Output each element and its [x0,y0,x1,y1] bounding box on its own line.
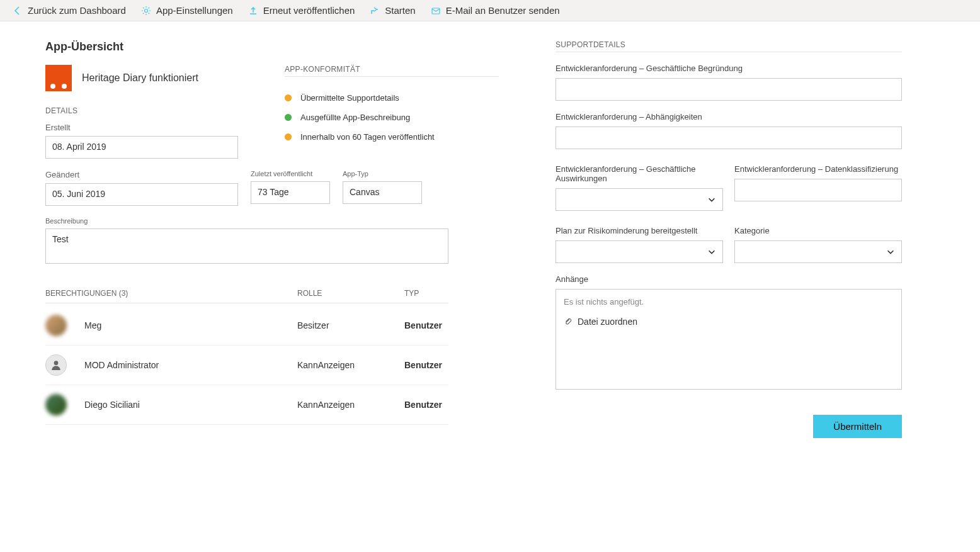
svg-point-2 [54,361,59,365]
permissions-title: BERECHTIGUNGEN (3) [45,289,297,298]
description-value: Test [45,228,448,264]
risk-mitigation-dropdown[interactable] [556,240,723,263]
description-label: Beschreibung [45,217,499,225]
email-label: E-Mail an Benutzer senden [446,5,560,16]
table-row: MOD Administrator KannAnzeigen Benutzer [45,346,448,385]
upload-icon [248,6,258,16]
dependencies-input[interactable] [556,127,902,149]
category-dropdown[interactable] [734,240,902,263]
modified-label: Geändert [45,170,238,179]
data-classification-input[interactable] [734,179,902,201]
perm-role: KannAnzeigen [297,400,404,410]
perm-type: Benutzer [404,400,448,410]
back-button[interactable]: Zurück zum Dashboard [13,5,126,16]
perm-name: Meg [84,320,101,330]
app-header: Heritage Diary funktioniert [45,65,272,91]
start-label: Starten [385,5,415,16]
business-impact-dropdown[interactable] [556,188,723,211]
person-icon [50,359,62,371]
perm-name: Diego Siciliani [84,400,140,410]
gear-icon [141,6,151,16]
compliance-list: Übermittelte Supportdetails Ausgefüllte … [285,88,499,147]
attachments-box: Es ist nichts angefügt. Datei zuordnen [556,289,902,390]
attach-file-button[interactable]: Datei zuordnen [564,317,894,327]
chevron-down-icon [886,247,895,256]
status-dot-orange [285,133,292,140]
page-title: App-Übersicht [45,40,499,54]
risk-mitigation-label: Plan zur Risikominderung bereitgestellt [556,226,723,235]
created-label: Erstellt [45,123,272,132]
compliance-item: Übermittelte Supportdetails [285,88,499,108]
avatar [45,315,67,336]
attachments-empty: Es ist nichts angefügt. [564,297,894,307]
back-label: Zurück zum Dashboard [28,5,126,16]
toolbar: Zurück zum Dashboard App-Einstellungen E… [0,0,980,21]
apptype-label: App-Typ [343,170,422,177]
left-column: App-Übersicht Heritage Diary funktionier… [45,40,499,438]
attachments-label: Anhänge [556,274,902,284]
settings-button[interactable]: App-Einstellungen [141,5,233,16]
lastpub-value: 73 Tage [251,181,330,204]
republish-label: Erneut veröffentlichen [263,5,355,16]
apptype-value: Canvas [343,181,422,204]
details-section-label: DETAILS [45,106,272,115]
arrow-left-icon [13,6,23,16]
modified-value: 05. Juni 2019 [45,183,238,206]
start-button[interactable]: Starten [370,5,415,16]
permissions-section: BERECHTIGUNGEN (3) ROLLE TYP Meg Besitze… [45,289,448,425]
compliance-title: APP-KONFORMITÄT [285,65,499,77]
category-label: Kategorie [734,226,902,235]
perm-type: Benutzer [404,360,448,370]
compliance-text: Übermittelte Supportdetails [300,93,399,103]
attach-file-label: Datei zuordnen [578,317,637,327]
status-dot-orange [285,94,292,101]
right-column: SUPPORTDETAILS Entwickleranforderung – G… [556,40,902,438]
perm-name: MOD Administrator [84,360,159,370]
mail-icon [431,6,441,16]
chevron-down-icon [707,195,716,204]
permissions-col-type: TYP [404,289,448,298]
compliance-text: Innerhalb von 60 Tagen veröffentlicht [300,132,435,142]
lastpub-label: Zuletzt veröffentlicht [251,170,330,177]
dependencies-label: Entwickleranforderung – Abhängigkeiten [556,112,902,121]
compliance-text: Ausgefüllte App-Beschreibung [300,113,410,122]
table-row: Meg Besitzer Benutzer [45,306,448,346]
permissions-col-role: ROLLE [297,289,404,298]
compliance-item: Innerhalb von 60 Tagen veröffentlicht [285,127,499,147]
perm-role: KannAnzeigen [297,360,404,370]
share-icon [370,6,380,16]
created-value: 08. April 2019 [45,136,238,159]
svg-point-0 [144,9,147,12]
avatar [45,354,67,376]
compliance-item: Ausgefüllte App-Beschreibung [285,108,499,127]
business-justification-input[interactable] [556,78,902,101]
email-button[interactable]: E-Mail an Benutzer senden [431,5,560,16]
perm-type: Benutzer [404,320,448,330]
settings-label: App-Einstellungen [156,5,233,16]
submit-button[interactable]: Übermitteln [813,415,902,438]
perm-role: Besitzer [297,320,404,330]
app-icon [45,65,72,91]
chevron-down-icon [707,247,716,256]
republish-button[interactable]: Erneut veröffentlichen [248,5,355,16]
table-row: Diego Siciliani KannAnzeigen Benutzer [45,385,448,425]
avatar [45,394,67,415]
data-classification-label: Entwickleranforderung – Datenklassifizie… [734,164,902,174]
status-dot-green [285,114,292,121]
paperclip-icon [564,317,573,326]
business-impact-label: Entwickleranforderung – Geschäftliche Au… [556,164,723,183]
business-justification-label: Entwickleranforderung – Geschäftliche Be… [556,64,902,73]
support-title: SUPPORTDETAILS [556,40,902,52]
content: App-Übersicht Heritage Diary funktionier… [0,21,980,457]
app-name: Heritage Diary funktioniert [82,72,198,84]
